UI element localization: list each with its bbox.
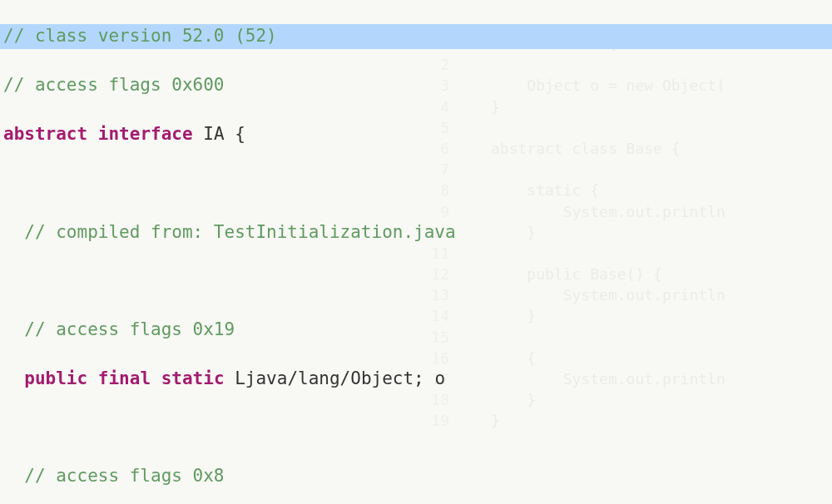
comment-text: // access flags 0x8 — [3, 466, 225, 486]
identifier: IA — [203, 124, 224, 144]
comment-text: // compiled from: TestInitialization.jav… — [3, 222, 456, 242]
code-line[interactable]: // class version 52.0 (52) — [0, 24, 832, 48]
code-line[interactable]: public final static Ljava/lang/Object; o — [0, 367, 832, 391]
code-line[interactable] — [0, 416, 832, 440]
code-line[interactable] — [0, 269, 832, 293]
code-line[interactable]: // compiled from: TestInitialization.jav… — [0, 220, 832, 245]
keyword: public — [24, 368, 87, 388]
comment-text: // class version 52.0 (52) — [3, 26, 277, 46]
code-line[interactable]: // access flags 0x8 — [0, 464, 832, 488]
keyword: static — [161, 368, 225, 388]
keyword: final — [98, 368, 151, 388]
brace: { — [225, 124, 245, 144]
keyword: interface — [98, 124, 193, 144]
keyword: abstract — [3, 124, 87, 144]
type-text: Ljava/lang/Object; o — [225, 368, 446, 388]
bytecode-viewer[interactable]: // class version 52.0 (52) // access fla… — [0, 0, 832, 504]
code-line[interactable]: abstract interface IA { — [0, 122, 832, 146]
comment-text: // access flags 0x19 — [3, 319, 235, 339]
code-line[interactable]: // access flags 0x19 — [0, 318, 832, 342]
code-line[interactable] — [0, 171, 832, 195]
code-line[interactable]: // access flags 0x600 — [0, 73, 832, 97]
comment-text: // access flags 0x600 — [3, 75, 225, 95]
